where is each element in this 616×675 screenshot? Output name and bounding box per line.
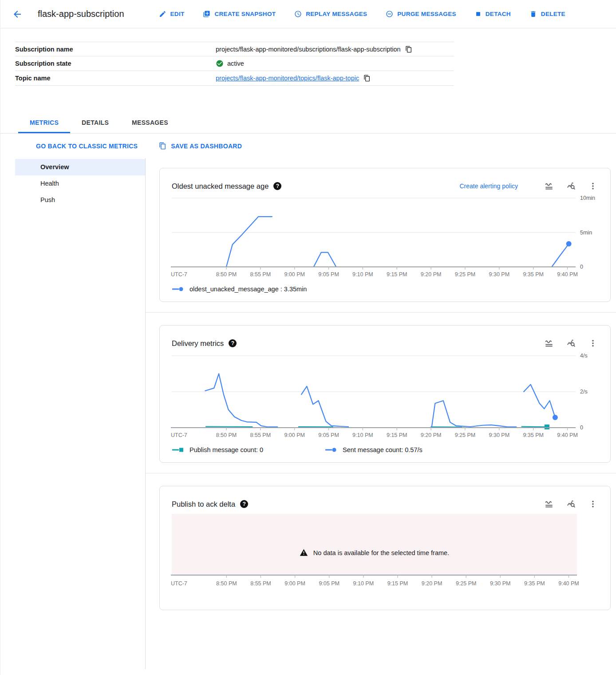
copy-icon	[363, 75, 371, 82]
legend-line-square-marker	[172, 447, 184, 453]
svg-text:UTC-7: UTC-7	[171, 432, 187, 438]
no-data-message: No data is available for the selected ti…	[172, 548, 577, 557]
svg-text:8:55 PM: 8:55 PM	[250, 580, 271, 587]
svg-text:5min: 5min	[580, 230, 592, 236]
chart-card-publish-to-ack-delta: Publish to ack delta ? 8:50 PM8:55 PM9:0…	[159, 486, 611, 610]
stop-square-icon	[475, 11, 482, 17]
svg-text:9:35 PM: 9:35 PM	[524, 580, 545, 587]
svg-text:9:15 PM: 9:15 PM	[387, 271, 407, 278]
svg-text:9:05 PM: 9:05 PM	[319, 580, 340, 587]
state-badge: active	[227, 60, 244, 67]
info-value: projects/flask-app-monitored/topics/flas…	[216, 74, 454, 83]
chart-card-header: Delivery metrics ?	[160, 326, 610, 353]
chart-card-header: Publish to ack delta ?	[160, 486, 610, 514]
svg-text:9:05 PM: 9:05 PM	[318, 271, 339, 278]
subscription-state: active	[216, 60, 454, 68]
view-thresholds-button[interactable]	[543, 180, 555, 192]
back-button[interactable]	[8, 5, 26, 23]
create-snapshot-button[interactable]: CREATE SNAPSHOT	[203, 10, 276, 18]
tab-details[interactable]: DETAILS	[70, 112, 120, 133]
metrics-body: Overview Health Push Oldest unacked mess…	[0, 158, 616, 669]
edit-button[interactable]: EDIT	[159, 10, 185, 18]
view-thresholds-button[interactable]	[543, 498, 555, 510]
copy-topic-name-button[interactable]	[363, 74, 371, 83]
legend-publish-message-count[interactable]: Publish message count: 0	[172, 446, 325, 453]
tab-metrics[interactable]: METRICS	[18, 112, 70, 133]
topic-link[interactable]: projects/flask-app-monitored/topics/flas…	[216, 75, 359, 82]
metrics-nav-item-overview[interactable]: Overview	[15, 159, 145, 175]
legend-sent-message-count[interactable]: Sent message count: 0.57/s	[325, 446, 423, 453]
more-vert-icon	[588, 500, 597, 508]
svg-text:0: 0	[580, 264, 583, 270]
purge-messages-button[interactable]: PURGE MESSAGES	[386, 10, 456, 18]
more-options-button[interactable]	[587, 180, 599, 192]
chart-legend: oldest_unacked_message_age : 3.35min	[160, 284, 610, 302]
svg-text:8:55 PM: 8:55 PM	[250, 432, 271, 438]
page-title: flask-app-subscription	[38, 9, 124, 19]
more-options-button[interactable]	[587, 498, 599, 510]
copy-subscription-name-button[interactable]	[404, 45, 413, 54]
detach-button[interactable]: DETACH	[475, 11, 511, 17]
save-dashboard-icon	[159, 142, 166, 150]
metrics-nav-item-health[interactable]: Health	[15, 175, 145, 192]
svg-text:9:15 PM: 9:15 PM	[387, 432, 407, 438]
svg-text:9:00 PM: 9:00 PM	[284, 271, 305, 278]
legend-oldest-unacked[interactable]: oldest_unacked_message_age : 3.35min	[172, 286, 307, 293]
save-as-dashboard-button[interactable]: SAVE AS DASHBOARD	[159, 142, 242, 150]
explore-in-metrics-explorer-button[interactable]	[565, 498, 577, 510]
pencil-icon	[159, 10, 166, 18]
subscription-name-value: projects/flask-app-monitored/subscriptio…	[216, 46, 401, 53]
info-row-topic-name: Topic name projects/flask-app-monitored/…	[15, 71, 454, 86]
create-alerting-policy-link[interactable]: Create alerting policy	[459, 183, 518, 190]
svg-text:9:40 PM: 9:40 PM	[558, 580, 579, 587]
svg-text:9:35 PM: 9:35 PM	[523, 432, 544, 438]
svg-text:UTC-7: UTC-7	[171, 580, 187, 587]
svg-text:9:30 PM: 9:30 PM	[489, 271, 510, 278]
minus-circle-icon	[386, 10, 393, 18]
chart-title: Oldest unacked message age	[172, 182, 269, 191]
info-row-subscription-state: Subscription state active	[15, 56, 454, 71]
help-icon[interactable]: ?	[240, 500, 248, 508]
more-options-button[interactable]	[587, 338, 599, 349]
chart-card-oldest-unacked: Oldest unacked message age ? Create aler…	[159, 168, 611, 302]
svg-text:9:30 PM: 9:30 PM	[489, 432, 510, 438]
delivery-metrics-chart: 02/s4/s8:50 PM8:55 PM9:00 PM9:05 PM9:10 …	[160, 353, 610, 445]
delete-button[interactable]: DELETE	[529, 10, 565, 18]
explore-in-metrics-explorer-button[interactable]	[565, 180, 577, 192]
svg-text:4/s: 4/s	[580, 353, 588, 359]
svg-text:9:25 PM: 9:25 PM	[455, 271, 476, 278]
svg-text:9:25 PM: 9:25 PM	[456, 580, 477, 587]
explore-chart-icon	[566, 181, 576, 191]
metrics-subactions: GO BACK TO CLASSIC METRICS SAVE AS DASHB…	[0, 134, 616, 158]
metrics-nav-item-push[interactable]: Push	[15, 192, 145, 208]
warning-icon	[300, 548, 308, 557]
info-label: Subscription state	[15, 60, 216, 67]
legend-line-dot-marker	[325, 447, 337, 453]
help-icon[interactable]: ?	[229, 339, 237, 347]
top-toolbar: flask-app-subscription EDIT CREATE SNAPS…	[0, 0, 616, 28]
arrow-back-icon	[12, 9, 23, 20]
svg-text:9:10 PM: 9:10 PM	[352, 432, 373, 438]
svg-text:9:40 PM: 9:40 PM	[557, 432, 578, 438]
tab-messages[interactable]: MESSAGES	[120, 112, 180, 133]
levels-icon	[544, 181, 554, 191]
svg-text:8:55 PM: 8:55 PM	[250, 271, 271, 278]
svg-text:9:20 PM: 9:20 PM	[421, 271, 442, 278]
explore-chart-icon	[566, 499, 576, 509]
info-value: projects/flask-app-monitored/subscriptio…	[216, 45, 454, 54]
svg-text:8:50 PM: 8:50 PM	[216, 580, 237, 587]
svg-text:10min: 10min	[580, 196, 595, 201]
view-thresholds-button[interactable]	[543, 337, 555, 349]
info-row-subscription-name: Subscription name projects/flask-app-mon…	[15, 42, 454, 56]
svg-text:9:40 PM: 9:40 PM	[557, 271, 578, 278]
help-icon[interactable]: ?	[273, 182, 281, 190]
section-divider	[146, 473, 616, 473]
charts-column: Oldest unacked message age ? Create aler…	[146, 158, 616, 669]
subscription-detail-page: flask-app-subscription EDIT CREATE SNAPS…	[0, 0, 616, 675]
svg-text:2/s: 2/s	[580, 389, 588, 395]
svg-text:9:20 PM: 9:20 PM	[421, 432, 442, 438]
svg-text:8:50 PM: 8:50 PM	[216, 432, 237, 438]
replay-messages-button[interactable]: REPLAY MESSAGES	[294, 10, 367, 18]
explore-in-metrics-explorer-button[interactable]	[565, 337, 577, 349]
go-back-classic-metrics-button[interactable]: GO BACK TO CLASSIC METRICS	[36, 143, 138, 150]
